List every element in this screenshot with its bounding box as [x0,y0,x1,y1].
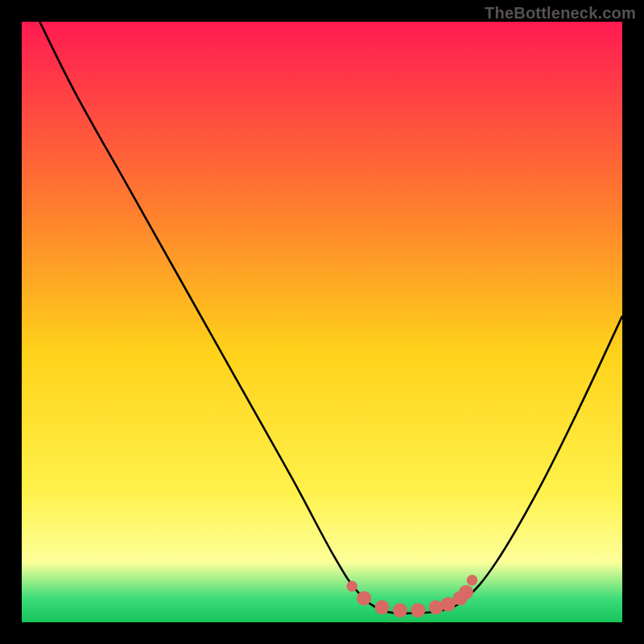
marker-dot [467,575,477,585]
marker-dot [459,585,473,600]
chart-frame: TheBottleneck.com [0,0,644,644]
marker-dot [375,600,390,614]
marker-dot [357,591,371,605]
watermark-label: TheBottleneck.com [485,4,636,23]
marker-dot [393,603,407,617]
marker-dot [429,600,444,614]
marker-dot [411,603,425,617]
marker-dot [347,581,357,592]
bottleneck-chart [22,22,622,622]
